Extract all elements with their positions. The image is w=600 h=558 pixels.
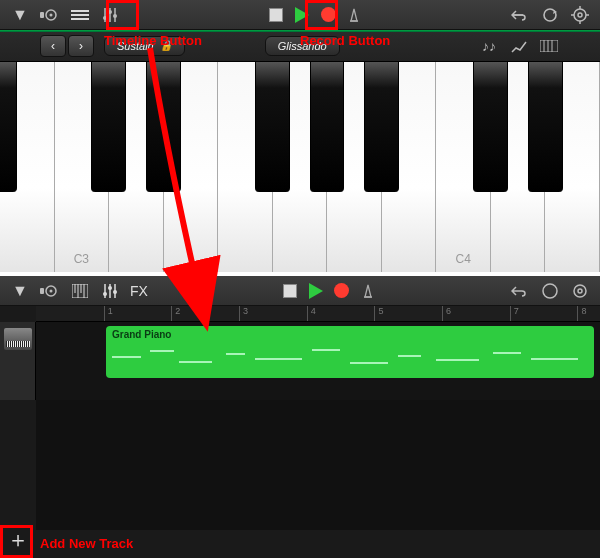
input-device-icon[interactable] — [38, 280, 62, 302]
sustain-toggle[interactable]: Sustain 🔒 — [104, 36, 185, 56]
svg-point-35 — [103, 292, 107, 296]
svg-rect-27 — [72, 284, 88, 298]
top-toolbar-2: ▼ FX — [0, 276, 600, 306]
add-track-button[interactable]: ＋ — [4, 526, 32, 554]
keyboard-layout-icon[interactable] — [538, 35, 560, 57]
settings-gear-icon[interactable] — [568, 280, 592, 302]
keyboard-view-screen: ▼ ‹ › — [0, 0, 600, 272]
piano-keyboard[interactable]: C3 C4 — [0, 62, 600, 272]
ruler-tick: 2 — [171, 306, 180, 321]
region-label: Grand Piano — [112, 329, 588, 340]
transport-controls-2 — [278, 280, 380, 302]
loop-icon[interactable] — [538, 4, 562, 26]
ruler-tick: 3 — [239, 306, 248, 321]
midi-notes — [112, 344, 588, 374]
octave-down-button[interactable]: ‹ — [40, 35, 66, 57]
svg-point-14 — [574, 9, 586, 21]
black-key[interactable] — [91, 62, 126, 192]
svg-rect-3 — [71, 10, 89, 12]
key-label-c3: C3 — [74, 252, 89, 266]
svg-point-26 — [50, 289, 53, 292]
fx-button[interactable]: FX — [128, 283, 150, 299]
instrument-thumbnail[interactable] — [4, 328, 32, 350]
midi-region[interactable]: Grand Piano — [106, 326, 594, 378]
timeline-view-screen: ▼ FX 1 2 — [0, 276, 600, 558]
black-key[interactable] — [146, 62, 181, 192]
black-key[interactable] — [255, 62, 290, 192]
svg-point-11 — [113, 14, 117, 18]
svg-point-41 — [578, 289, 582, 293]
timeline-view-button[interactable] — [68, 4, 92, 26]
black-key[interactable] — [310, 62, 345, 192]
svg-rect-5 — [71, 18, 89, 20]
ruler-tick: 1 — [104, 306, 113, 321]
record-button[interactable] — [316, 4, 340, 26]
keyboard-options-strip: ‹ › Sustain 🔒 Glissando ♪♪ — [0, 30, 600, 62]
svg-point-15 — [578, 13, 582, 17]
svg-point-2 — [50, 13, 53, 16]
ruler-tick: 8 — [577, 306, 586, 321]
black-key[interactable] — [364, 62, 399, 192]
key-label-c4: C4 — [455, 252, 470, 266]
stop-button[interactable] — [264, 4, 288, 26]
ruler-tick: 7 — [510, 306, 519, 321]
sustain-label: Sustain — [117, 40, 154, 52]
black-key[interactable] — [0, 62, 17, 192]
record-button[interactable] — [330, 280, 354, 302]
timeline-ruler[interactable]: 1 2 3 4 5 6 7 8 — [36, 306, 600, 322]
info-icon[interactable] — [538, 280, 562, 302]
note-mode-icon[interactable]: ♪♪ — [478, 35, 500, 57]
settings-gear-icon[interactable] — [568, 4, 592, 26]
svg-rect-0 — [40, 12, 44, 18]
svg-point-40 — [574, 285, 586, 297]
metronome-icon[interactable] — [356, 280, 380, 302]
mixer-sliders-icon[interactable] — [98, 4, 122, 26]
undo-icon[interactable] — [508, 280, 532, 302]
undo-icon[interactable] — [508, 4, 532, 26]
svg-point-37 — [113, 290, 117, 294]
track-lane[interactable]: Grand Piano — [36, 322, 600, 400]
metronome-icon[interactable] — [342, 4, 366, 26]
ruler-tick: 4 — [307, 306, 316, 321]
black-key[interactable] — [473, 62, 508, 192]
glissando-toggle[interactable]: Glissando — [265, 36, 340, 56]
octave-up-button[interactable]: › — [68, 35, 94, 57]
svg-rect-4 — [71, 14, 89, 16]
svg-point-9 — [103, 16, 107, 20]
transport-controls-1 — [264, 4, 366, 26]
instrument-view-icon[interactable] — [68, 280, 92, 302]
glissando-label: Glissando — [278, 40, 327, 52]
top-toolbar-1: ▼ — [0, 0, 600, 30]
ruler-tick: 6 — [442, 306, 451, 321]
svg-point-10 — [108, 10, 112, 14]
black-key[interactable] — [528, 62, 563, 192]
track-area: Grand Piano — [0, 322, 600, 400]
stop-button[interactable] — [278, 280, 302, 302]
svg-rect-20 — [540, 40, 558, 52]
input-device-icon[interactable] — [38, 4, 62, 26]
play-button[interactable] — [304, 280, 328, 302]
disclosure-icon[interactable]: ▼ — [8, 4, 32, 26]
mixer-sliders-icon[interactable] — [98, 280, 122, 302]
play-button[interactable] — [290, 4, 314, 26]
svg-point-36 — [108, 286, 112, 290]
empty-track-area[interactable] — [36, 400, 600, 530]
track-header[interactable] — [0, 322, 36, 400]
svg-point-39 — [543, 284, 557, 298]
disclosure-icon[interactable]: ▼ — [8, 280, 32, 302]
lock-icon: 🔒 — [160, 40, 172, 51]
scale-icon[interactable] — [508, 35, 530, 57]
ruler-tick: 5 — [374, 306, 383, 321]
svg-rect-24 — [40, 288, 44, 294]
